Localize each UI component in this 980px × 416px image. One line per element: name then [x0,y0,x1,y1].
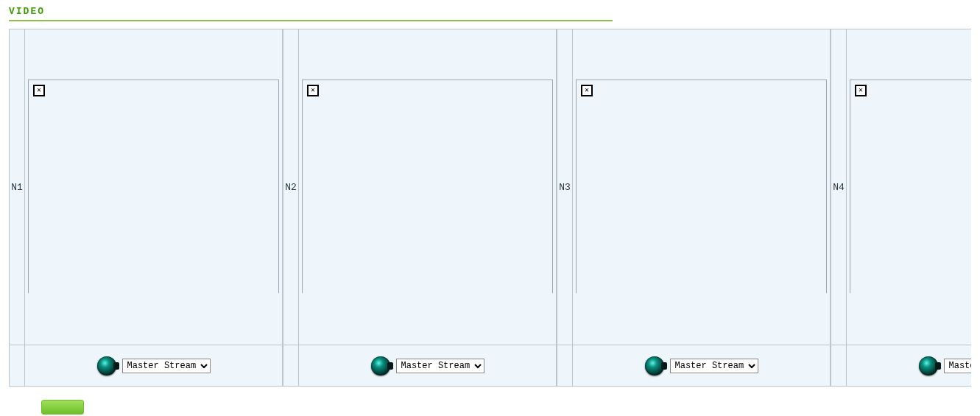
channel-label: N1 [9,29,25,345]
footer-label-spacer [283,345,299,387]
stream-select[interactable]: Master Stream [670,359,758,373]
stream-select[interactable]: Master Stream [396,359,484,373]
camera-icon[interactable] [97,356,116,376]
stream-controls: Master Stream [847,345,971,387]
section-title-underline [9,20,613,21]
footer-label-spacer [831,345,847,387]
video-grid: N1 N2 N3 N4 Ma [9,29,971,387]
broken-image-icon [33,85,45,96]
action-button[interactable] [41,400,84,415]
video-canvas [850,80,971,293]
stream-controls: Master Stream [573,345,831,387]
footer-label-spacer [9,345,25,387]
video-pane[interactable] [847,29,971,345]
video-canvas [576,80,827,293]
broken-image-icon [307,85,319,96]
broken-image-icon [855,85,867,96]
camera-icon[interactable] [371,356,390,376]
stream-select[interactable]: Master Stream [944,359,972,373]
video-pane[interactable] [25,29,283,345]
video-row: N1 N2 N3 N4 [9,29,971,345]
video-pane[interactable] [573,29,831,345]
footer-label-spacer [557,345,573,387]
section-title: VIDEO [9,6,971,20]
channel-label: N3 [557,29,573,345]
camera-icon[interactable] [645,356,664,376]
video-canvas [28,80,279,293]
video-footer-row: Master Stream Master Stream Master Strea… [9,345,971,387]
broken-image-icon [581,85,593,96]
channel-label: N2 [283,29,299,345]
stream-controls: Master Stream [299,345,557,387]
video-canvas [302,80,553,293]
camera-icon[interactable] [919,356,938,376]
stream-select[interactable]: Master Stream [122,359,211,373]
stream-controls: Master Stream [25,345,283,387]
action-button-row [9,400,971,416]
channel-label: N4 [831,29,847,345]
video-pane[interactable] [299,29,557,345]
